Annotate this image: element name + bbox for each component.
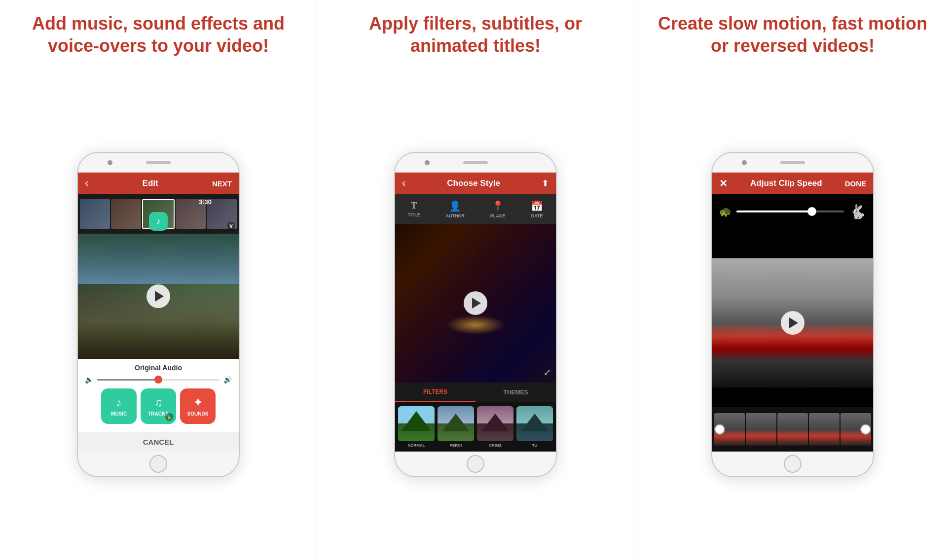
filmstrip-handle-left[interactable] (714, 424, 725, 435)
timeline-thumb-1[interactable] (80, 199, 110, 229)
speed-close-button[interactable]: ✕ (719, 177, 728, 189)
speed-play-button[interactable] (781, 311, 805, 335)
audio-buttons: ♪ MUSIC ♫ TRACKS 🔒 ✦ SOUNDS (85, 388, 232, 424)
speed-video-area[interactable] (712, 258, 873, 387)
play-icon (155, 291, 164, 302)
filter-tab-themes[interactable]: THEMES (476, 383, 556, 402)
edit-back-button[interactable]: ‹ (85, 177, 88, 190)
music-button[interactable]: ♪ MUSIC (101, 388, 137, 424)
audio-volume-low-icon: 🔈 (85, 376, 93, 384)
lock-icon: 🔒 (165, 413, 173, 421)
slow-speed-icon: 🐢 (719, 206, 732, 217)
candles-glow (446, 315, 505, 335)
phone-2-bottom (395, 452, 556, 476)
style-share-button[interactable]: ⬆ (542, 178, 549, 189)
tab-author[interactable]: 👤 AUTHOR (446, 200, 465, 218)
filmstrip-handle-right[interactable] (860, 424, 871, 435)
tagline-center: Apply filters, subtitles, or animated ti… (317, 0, 634, 69)
filter-tu[interactable]: TU (516, 406, 553, 448)
title-icon: T (411, 201, 417, 211)
tab-date-label: DATE (531, 213, 543, 218)
expand-icon[interactable]: ⤢ (544, 367, 551, 378)
filter-normal[interactable]: NORMAL (398, 406, 435, 448)
camera-3 (742, 160, 747, 165)
home-button-3[interactable] (784, 455, 802, 473)
sounds-icon: ✦ (193, 396, 202, 409)
fast-speed-icon: 🐇 (849, 204, 866, 220)
phones-area: ‹ Edit NEXT ♪ 3:30 V (0, 69, 951, 560)
style-play-button[interactable] (464, 291, 487, 315)
author-icon: 👤 (449, 200, 461, 212)
party-scene (395, 224, 556, 383)
date-icon: 📅 (531, 200, 543, 212)
style-video-area[interactable]: ⤢ (395, 224, 556, 383)
speed-play-icon (789, 317, 798, 328)
tagline-left-text: Add music, sound effects and voice-overs… (20, 12, 297, 57)
taglines-row: Add music, sound effects and voice-overs… (0, 0, 951, 69)
tab-author-label: AUTHOR (446, 213, 465, 218)
phone-section-3: ✕ Adjust Clip Speed DONE 🐢 🐇 (634, 69, 951, 560)
filter-tab-filters[interactable]: FILTERS (395, 383, 476, 402)
race-scene (712, 258, 873, 387)
speed-slider-thumb[interactable] (807, 207, 816, 216)
phone-1: ‹ Edit NEXT ♪ 3:30 V (77, 152, 240, 477)
place-icon: 📍 (492, 200, 504, 212)
timeline-thumb-2[interactable] (111, 199, 141, 229)
mountain-crimz-shape (481, 414, 509, 431)
edit-audio-section: Original Audio 🔈 🔊 ♪ MUSIC (78, 359, 239, 432)
camera-2 (425, 160, 430, 165)
filter-perci[interactable]: PERCI (438, 406, 474, 448)
phone-3-screen: ✕ Adjust Clip Speed DONE 🐢 🐇 (712, 173, 873, 452)
filmstrip-2 (746, 413, 776, 446)
tab-place-label: PLACE (490, 213, 506, 218)
filter-perci-thumb (438, 406, 474, 441)
timeline-music-icon[interactable]: ♪ (149, 212, 168, 231)
tagline-right: Create slow motion, fast motion or rever… (634, 0, 951, 69)
audio-slider[interactable] (97, 379, 219, 381)
play-button[interactable] (146, 284, 170, 308)
speed-black-area (712, 229, 873, 258)
speed-slider-fill (736, 210, 812, 212)
filter-tu-thumb (516, 406, 553, 441)
speed-done-button[interactable]: DONE (845, 179, 866, 188)
filter-crimz[interactable]: CRIMZ (477, 406, 513, 448)
phone-3-top (712, 153, 873, 173)
filter-normal-label: NORMAL (407, 443, 425, 448)
tab-title-label: TITLE (408, 212, 420, 217)
home-button-2[interactable] (467, 455, 484, 473)
filmstrip-3 (777, 413, 808, 446)
tab-title[interactable]: T TITLE (408, 201, 420, 217)
edit-next-button[interactable]: NEXT (212, 179, 232, 188)
tab-date[interactable]: 📅 DATE (531, 200, 543, 218)
edit-cancel-bar[interactable]: CANCEL (78, 432, 239, 452)
cancel-label[interactable]: CANCEL (143, 438, 174, 446)
audio-volume-high-icon: 🔊 (223, 376, 232, 384)
tagline-center-text: Apply filters, subtitles, or animated ti… (337, 12, 614, 57)
style-play-icon (472, 298, 481, 309)
mountain-perci-shape (442, 414, 470, 431)
music-icon: ♪ (116, 396, 122, 409)
camera-1 (108, 160, 112, 165)
phone-2-screen: ‹ Choose Style ⬆ T TITLE 👤 AUTHOR 📍 (395, 173, 556, 452)
home-button-1[interactable] (149, 455, 167, 473)
speed-header: ✕ Adjust Clip Speed DONE (712, 173, 873, 194)
filter-normal-thumb (398, 406, 435, 441)
edit-title: Edit (143, 178, 158, 188)
filmstrip-img-2 (746, 413, 776, 446)
audio-slider-row: 🔈 🔊 (85, 376, 232, 384)
style-header: ‹ Choose Style ⬆ (395, 173, 556, 194)
tagline-right-text: Create slow motion, fast motion or rever… (654, 12, 931, 57)
speed-filmstrip[interactable] (712, 407, 873, 452)
sounds-button[interactable]: ✦ SOUNDS (180, 388, 216, 424)
phone-3-bottom (712, 452, 873, 476)
speed-slider[interactable] (736, 210, 844, 212)
style-back-button[interactable]: ‹ (402, 177, 405, 190)
style-tabs: T TITLE 👤 AUTHOR 📍 PLACE 📅 DATE (395, 194, 556, 224)
tab-place[interactable]: 📍 PLACE (490, 200, 506, 218)
tracks-button[interactable]: ♫ TRACKS 🔒 (141, 388, 176, 424)
filter-perci-label: PERCI (450, 443, 462, 448)
audio-slider-thumb[interactable] (154, 376, 162, 384)
edit-video-area[interactable] (78, 234, 239, 359)
video-placeholder (78, 234, 239, 359)
edit-timeline[interactable]: ♪ 3:30 V (78, 194, 239, 234)
